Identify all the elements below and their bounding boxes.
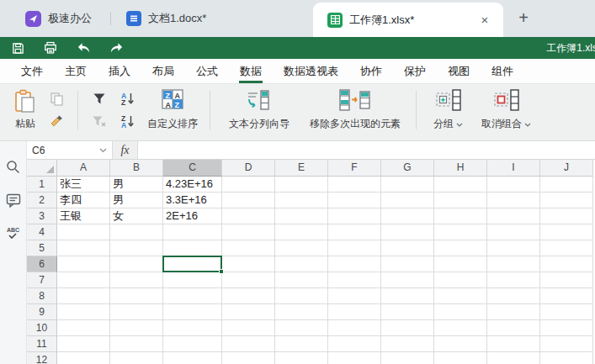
app-home-tab[interactable]: 极速办公 bbox=[0, 0, 104, 37]
cell-A4[interactable] bbox=[57, 224, 110, 240]
cell-B2[interactable]: 男 bbox=[110, 193, 163, 208]
cell-B5[interactable] bbox=[110, 240, 163, 256]
comment-icon[interactable] bbox=[5, 192, 22, 208]
cell-H8[interactable] bbox=[434, 288, 487, 304]
clear-filter-icon[interactable] bbox=[88, 112, 110, 131]
cell-D5[interactable] bbox=[222, 240, 275, 256]
menu-item-7[interactable]: 数据透视表 bbox=[273, 59, 349, 84]
search-icon[interactable] bbox=[5, 158, 22, 175]
menu-item-5[interactable]: 公式 bbox=[185, 59, 229, 84]
tab-document1[interactable]: 文档1.docx* bbox=[118, 0, 228, 37]
cell-I11[interactable] bbox=[487, 336, 540, 352]
cell-I12[interactable] bbox=[487, 352, 540, 364]
redo-icon[interactable] bbox=[109, 40, 124, 55]
cell-J7[interactable] bbox=[540, 272, 593, 288]
cell-D8[interactable] bbox=[222, 288, 275, 304]
cell-J12[interactable] bbox=[540, 352, 593, 364]
cell-J5[interactable] bbox=[540, 240, 593, 256]
row-header-10[interactable]: 10 bbox=[27, 320, 57, 336]
cell-G8[interactable] bbox=[381, 288, 434, 304]
column-header-G[interactable]: G bbox=[381, 160, 434, 177]
cell-C9[interactable] bbox=[163, 304, 222, 320]
cell-E1[interactable] bbox=[275, 177, 328, 193]
row-header-12[interactable]: 12 bbox=[27, 352, 57, 364]
cell-B6[interactable] bbox=[110, 256, 163, 272]
cell-I3[interactable] bbox=[487, 208, 540, 224]
cell-E2[interactable] bbox=[275, 193, 328, 208]
cell-J10[interactable] bbox=[540, 320, 593, 336]
cell-F7[interactable] bbox=[328, 272, 381, 288]
cell-I6[interactable] bbox=[487, 256, 540, 272]
cell-H10[interactable] bbox=[434, 320, 487, 336]
sort-descending-icon[interactable]: ZA bbox=[117, 112, 139, 131]
column-header-A[interactable]: A bbox=[57, 160, 110, 177]
cell-G11[interactable] bbox=[381, 336, 434, 352]
cell-C2[interactable]: 3.3E+16 bbox=[163, 193, 222, 208]
save-icon[interactable] bbox=[10, 40, 25, 55]
cell-H6[interactable] bbox=[434, 256, 487, 272]
cell-G1[interactable] bbox=[381, 177, 434, 193]
cell-A8[interactable] bbox=[57, 288, 110, 304]
cell-E4[interactable] bbox=[275, 224, 328, 240]
row-header-1[interactable]: 1 bbox=[27, 177, 57, 193]
cell-C4[interactable] bbox=[163, 224, 222, 240]
cell-A12[interactable] bbox=[57, 352, 110, 364]
text-to-columns-button[interactable]: 文本分列向导 bbox=[217, 88, 301, 132]
cell-J8[interactable] bbox=[540, 288, 593, 304]
row-header-7[interactable]: 7 bbox=[27, 272, 57, 288]
cell-B8[interactable] bbox=[110, 288, 163, 304]
cell-G7[interactable] bbox=[381, 272, 434, 288]
cell-A10[interactable] bbox=[57, 320, 110, 336]
cell-B10[interactable] bbox=[110, 320, 163, 336]
cell-B9[interactable] bbox=[110, 304, 163, 320]
cell-G12[interactable] bbox=[381, 352, 434, 364]
cell-F10[interactable] bbox=[328, 320, 381, 336]
cell-C8[interactable] bbox=[163, 288, 222, 304]
select-all-button[interactable] bbox=[27, 160, 57, 177]
cell-A3[interactable]: 王银 bbox=[57, 208, 110, 224]
cell-C5[interactable] bbox=[163, 240, 222, 256]
menu-item-11[interactable]: 组件 bbox=[481, 59, 524, 84]
row-header-11[interactable]: 11 bbox=[27, 336, 57, 352]
cell-J2[interactable] bbox=[540, 193, 593, 208]
cell-A11[interactable] bbox=[57, 336, 110, 352]
cell-E9[interactable] bbox=[275, 304, 328, 320]
cell-I5[interactable] bbox=[487, 240, 540, 256]
cell-J6[interactable] bbox=[540, 256, 593, 272]
formula-input[interactable] bbox=[138, 141, 595, 159]
cell-A2[interactable]: 李四 bbox=[57, 193, 110, 208]
cell-G6[interactable] bbox=[381, 256, 434, 272]
name-box[interactable]: C6 bbox=[27, 141, 113, 159]
cell-F9[interactable] bbox=[328, 304, 381, 320]
cell-H1[interactable] bbox=[434, 177, 487, 193]
menu-item-8[interactable]: 协作 bbox=[349, 59, 393, 84]
cell-I8[interactable] bbox=[487, 288, 540, 304]
cell-C11[interactable] bbox=[163, 336, 222, 352]
cell-G4[interactable] bbox=[381, 224, 434, 240]
cell-I9[interactable] bbox=[487, 304, 540, 320]
cell-E11[interactable] bbox=[275, 336, 328, 352]
column-header-F[interactable]: F bbox=[328, 160, 381, 177]
spellcheck-icon[interactable]: ABC bbox=[5, 225, 22, 242]
row-header-5[interactable]: 5 bbox=[27, 240, 57, 256]
cell-F4[interactable] bbox=[328, 224, 381, 240]
cell-H4[interactable] bbox=[434, 224, 487, 240]
cell-D12[interactable] bbox=[222, 352, 275, 364]
cell-D2[interactable] bbox=[222, 193, 275, 208]
cell-B7[interactable] bbox=[110, 272, 163, 288]
cell-E10[interactable] bbox=[275, 320, 328, 336]
cell-C6[interactable] bbox=[163, 256, 222, 272]
print-icon[interactable] bbox=[43, 40, 58, 55]
cell-H7[interactable] bbox=[434, 272, 487, 288]
cell-H9[interactable] bbox=[434, 304, 487, 320]
cell-J3[interactable] bbox=[540, 208, 593, 224]
row-header-6[interactable]: 6 bbox=[27, 256, 57, 272]
cell-I7[interactable] bbox=[487, 272, 540, 288]
menu-item-9[interactable]: 保护 bbox=[393, 59, 437, 84]
new-tab-button[interactable]: + bbox=[512, 7, 535, 30]
menu-item-10[interactable]: 视图 bbox=[437, 59, 481, 84]
cell-I10[interactable] bbox=[487, 320, 540, 336]
cell-H2[interactable] bbox=[434, 193, 487, 208]
cell-D7[interactable] bbox=[222, 272, 275, 288]
custom-sort-button[interactable]: ZAAZ 自定义排序 bbox=[142, 88, 203, 132]
